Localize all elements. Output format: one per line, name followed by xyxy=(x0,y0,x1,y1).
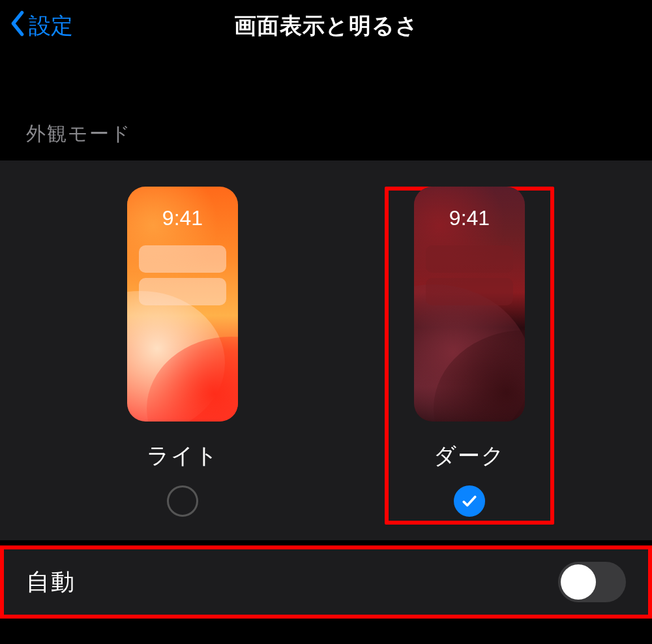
appearance-panel: 9:41 ライト 9:41 ダーク xyxy=(0,161,652,540)
navbar: 設定 画面表示と明るさ xyxy=(0,0,652,52)
chevron-left-icon xyxy=(9,10,26,42)
radio-unchecked-icon[interactable] xyxy=(167,485,198,517)
radio-checked-icon[interactable] xyxy=(454,485,485,517)
appearance-section-header: 外観モード xyxy=(0,52,652,161)
preview-widget xyxy=(426,278,513,305)
preview-time: 9:41 xyxy=(127,206,238,230)
preview-widget xyxy=(139,245,226,273)
page-title: 画面表示と明るさ xyxy=(234,11,419,41)
toggle-knob xyxy=(561,564,596,600)
appearance-option-dark[interactable]: 9:41 ダーク xyxy=(385,187,554,525)
automatic-row: 自動 xyxy=(0,545,652,619)
preview-widget xyxy=(139,278,226,305)
automatic-toggle[interactable] xyxy=(558,562,626,602)
appearance-preview-dark: 9:41 xyxy=(414,187,525,422)
automatic-label: 自動 xyxy=(26,566,76,598)
appearance-option-label: ダーク xyxy=(434,441,505,471)
appearance-option-light[interactable]: 9:41 ライト xyxy=(98,187,267,517)
appearance-option-label: ライト xyxy=(147,441,219,471)
back-button[interactable]: 設定 xyxy=(9,10,73,42)
appearance-preview-light: 9:41 xyxy=(127,187,238,422)
preview-widget xyxy=(426,245,513,273)
back-label: 設定 xyxy=(29,11,73,41)
preview-time: 9:41 xyxy=(414,206,525,230)
